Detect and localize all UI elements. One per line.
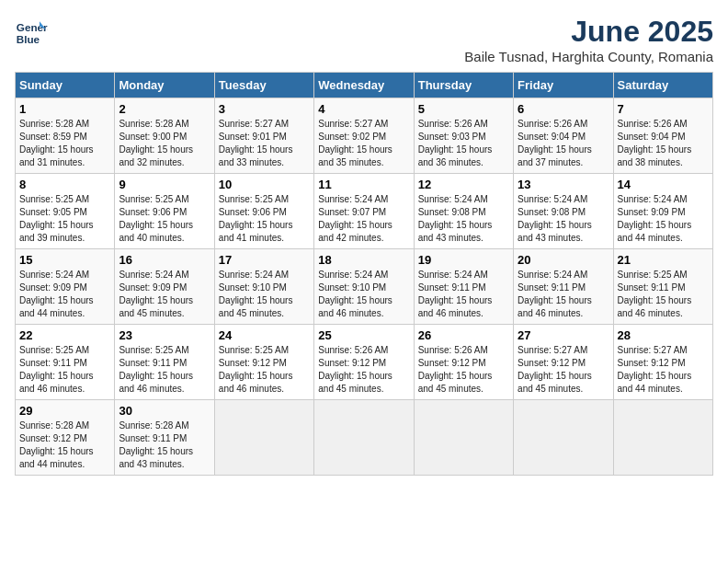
calendar-cell: 24 Sunrise: 5:25 AMSunset: 9:12 PMDaylig… <box>214 325 313 400</box>
weekday-header: Friday <box>514 73 613 98</box>
day-details: Sunrise: 5:24 AMSunset: 9:09 PMDaylight:… <box>19 270 94 318</box>
calendar-table: SundayMondayTuesdayWednesdayThursdayFrid… <box>15 72 713 476</box>
calendar-cell <box>613 400 712 476</box>
day-number: 16 <box>119 253 210 267</box>
calendar-cell: 28 Sunrise: 5:27 AMSunset: 9:12 PMDaylig… <box>613 325 712 400</box>
day-number: 23 <box>119 328 210 342</box>
calendar-cell: 5 Sunrise: 5:26 AMSunset: 9:03 PMDayligh… <box>414 98 513 174</box>
calendar-cell: 2 Sunrise: 5:28 AMSunset: 9:00 PMDayligh… <box>115 98 214 174</box>
day-number: 1 <box>19 102 110 116</box>
logo-icon: General Blue <box>15 15 48 48</box>
calendar-cell: 14 Sunrise: 5:24 AMSunset: 9:09 PMDaylig… <box>613 174 712 249</box>
calendar-subtitle: Baile Tusnad, Harghita County, Romania <box>464 49 713 64</box>
calendar-week-row: 22 Sunrise: 5:25 AMSunset: 9:11 PMDaylig… <box>16 325 713 400</box>
day-number: 27 <box>518 328 609 342</box>
day-details: Sunrise: 5:26 AMSunset: 9:04 PMDaylight:… <box>518 119 592 167</box>
calendar-week-row: 29 Sunrise: 5:28 AMSunset: 9:12 PMDaylig… <box>16 400 713 476</box>
day-number: 14 <box>618 178 709 191</box>
day-details: Sunrise: 5:27 AMSunset: 9:01 PMDaylight:… <box>219 119 293 167</box>
day-number: 22 <box>19 328 110 342</box>
day-details: Sunrise: 5:28 AMSunset: 9:00 PMDaylight:… <box>119 119 193 167</box>
day-number: 20 <box>518 253 609 267</box>
day-details: Sunrise: 5:28 AMSunset: 9:11 PMDaylight:… <box>119 420 193 469</box>
calendar-cell: 22 Sunrise: 5:25 AMSunset: 9:11 PMDaylig… <box>16 325 115 400</box>
day-number: 26 <box>418 328 509 342</box>
logo: General Blue <box>15 15 51 48</box>
calendar-cell: 8 Sunrise: 5:25 AMSunset: 9:05 PMDayligh… <box>16 174 115 249</box>
day-details: Sunrise: 5:27 AMSunset: 9:12 PMDaylight:… <box>518 345 592 394</box>
calendar-cell: 12 Sunrise: 5:24 AMSunset: 9:08 PMDaylig… <box>414 174 513 249</box>
weekday-header: Monday <box>115 73 214 98</box>
day-details: Sunrise: 5:24 AMSunset: 9:09 PMDaylight:… <box>119 270 193 318</box>
calendar-cell: 17 Sunrise: 5:24 AMSunset: 9:10 PMDaylig… <box>214 249 313 325</box>
calendar-week-row: 8 Sunrise: 5:25 AMSunset: 9:05 PMDayligh… <box>16 174 713 249</box>
day-number: 19 <box>418 253 509 267</box>
day-number: 10 <box>219 178 310 191</box>
calendar-cell <box>514 400 613 476</box>
calendar-cell: 26 Sunrise: 5:26 AMSunset: 9:12 PMDaylig… <box>414 325 513 400</box>
title-block: June 2025 Baile Tusnad, Harghita County,… <box>464 15 713 64</box>
calendar-cell: 4 Sunrise: 5:27 AMSunset: 9:02 PMDayligh… <box>314 98 414 174</box>
weekday-header-row: SundayMondayTuesdayWednesdayThursdayFrid… <box>16 73 713 98</box>
calendar-cell <box>314 400 414 476</box>
calendar-cell: 15 Sunrise: 5:24 AMSunset: 9:09 PMDaylig… <box>16 249 115 325</box>
day-number: 18 <box>318 253 409 267</box>
calendar-cell <box>414 400 513 476</box>
calendar-cell: 6 Sunrise: 5:26 AMSunset: 9:04 PMDayligh… <box>514 98 613 174</box>
calendar-cell: 13 Sunrise: 5:24 AMSunset: 9:08 PMDaylig… <box>514 174 613 249</box>
day-details: Sunrise: 5:27 AMSunset: 9:12 PMDaylight:… <box>618 345 692 394</box>
calendar-cell: 27 Sunrise: 5:27 AMSunset: 9:12 PMDaylig… <box>514 325 613 400</box>
calendar-cell: 11 Sunrise: 5:24 AMSunset: 9:07 PMDaylig… <box>314 174 414 249</box>
day-details: Sunrise: 5:25 AMSunset: 9:12 PMDaylight:… <box>219 345 293 394</box>
day-details: Sunrise: 5:25 AMSunset: 9:06 PMDaylight:… <box>119 194 193 243</box>
day-number: 7 <box>618 102 709 116</box>
day-details: Sunrise: 5:28 AMSunset: 9:12 PMDaylight:… <box>19 420 94 469</box>
day-number: 3 <box>219 102 310 116</box>
day-number: 24 <box>219 328 310 342</box>
day-number: 12 <box>418 178 509 191</box>
day-details: Sunrise: 5:25 AMSunset: 9:06 PMDaylight:… <box>219 194 293 243</box>
calendar-title: June 2025 <box>464 15 713 49</box>
day-details: Sunrise: 5:25 AMSunset: 9:11 PMDaylight:… <box>618 270 692 318</box>
calendar-cell: 19 Sunrise: 5:24 AMSunset: 9:11 PMDaylig… <box>414 249 513 325</box>
day-number: 30 <box>119 404 210 418</box>
day-details: Sunrise: 5:26 AMSunset: 9:03 PMDaylight:… <box>418 119 493 167</box>
calendar-cell: 23 Sunrise: 5:25 AMSunset: 9:11 PMDaylig… <box>115 325 214 400</box>
calendar-cell: 30 Sunrise: 5:28 AMSunset: 9:11 PMDaylig… <box>115 400 214 476</box>
calendar-cell: 9 Sunrise: 5:25 AMSunset: 9:06 PMDayligh… <box>115 174 214 249</box>
day-details: Sunrise: 5:28 AMSunset: 8:59 PMDaylight:… <box>19 119 94 167</box>
day-number: 2 <box>119 102 210 116</box>
calendar-cell: 29 Sunrise: 5:28 AMSunset: 9:12 PMDaylig… <box>16 400 115 476</box>
day-details: Sunrise: 5:24 AMSunset: 9:09 PMDaylight:… <box>618 194 692 243</box>
day-details: Sunrise: 5:24 AMSunset: 9:11 PMDaylight:… <box>418 270 493 318</box>
day-number: 28 <box>618 328 709 342</box>
day-details: Sunrise: 5:26 AMSunset: 9:04 PMDaylight:… <box>618 119 692 167</box>
svg-text:Blue: Blue <box>17 33 40 45</box>
day-number: 15 <box>19 253 110 267</box>
day-details: Sunrise: 5:24 AMSunset: 9:11 PMDaylight:… <box>518 270 592 318</box>
calendar-cell: 20 Sunrise: 5:24 AMSunset: 9:11 PMDaylig… <box>514 249 613 325</box>
day-number: 5 <box>418 102 509 116</box>
day-number: 6 <box>518 102 609 116</box>
calendar-cell: 21 Sunrise: 5:25 AMSunset: 9:11 PMDaylig… <box>613 249 712 325</box>
day-details: Sunrise: 5:24 AMSunset: 9:07 PMDaylight:… <box>318 194 392 243</box>
day-details: Sunrise: 5:24 AMSunset: 9:08 PMDaylight:… <box>418 194 493 243</box>
calendar-cell: 3 Sunrise: 5:27 AMSunset: 9:01 PMDayligh… <box>214 98 313 174</box>
day-details: Sunrise: 5:27 AMSunset: 9:02 PMDaylight:… <box>318 119 392 167</box>
calendar-week-row: 1 Sunrise: 5:28 AMSunset: 8:59 PMDayligh… <box>16 98 713 174</box>
day-number: 17 <box>219 253 310 267</box>
calendar-cell <box>214 400 313 476</box>
day-details: Sunrise: 5:24 AMSunset: 9:10 PMDaylight:… <box>318 270 392 318</box>
day-number: 29 <box>19 404 110 418</box>
calendar-cell: 18 Sunrise: 5:24 AMSunset: 9:10 PMDaylig… <box>314 249 414 325</box>
weekday-header: Tuesday <box>214 73 313 98</box>
day-details: Sunrise: 5:26 AMSunset: 9:12 PMDaylight:… <box>318 345 392 394</box>
day-details: Sunrise: 5:24 AMSunset: 9:10 PMDaylight:… <box>219 270 293 318</box>
day-number: 25 <box>318 328 409 342</box>
calendar-cell: 1 Sunrise: 5:28 AMSunset: 8:59 PMDayligh… <box>16 98 115 174</box>
day-details: Sunrise: 5:25 AMSunset: 9:11 PMDaylight:… <box>119 345 193 394</box>
day-details: Sunrise: 5:25 AMSunset: 9:11 PMDaylight:… <box>19 345 94 394</box>
day-number: 11 <box>318 178 409 191</box>
calendar-cell: 16 Sunrise: 5:24 AMSunset: 9:09 PMDaylig… <box>115 249 214 325</box>
day-number: 8 <box>19 178 110 191</box>
